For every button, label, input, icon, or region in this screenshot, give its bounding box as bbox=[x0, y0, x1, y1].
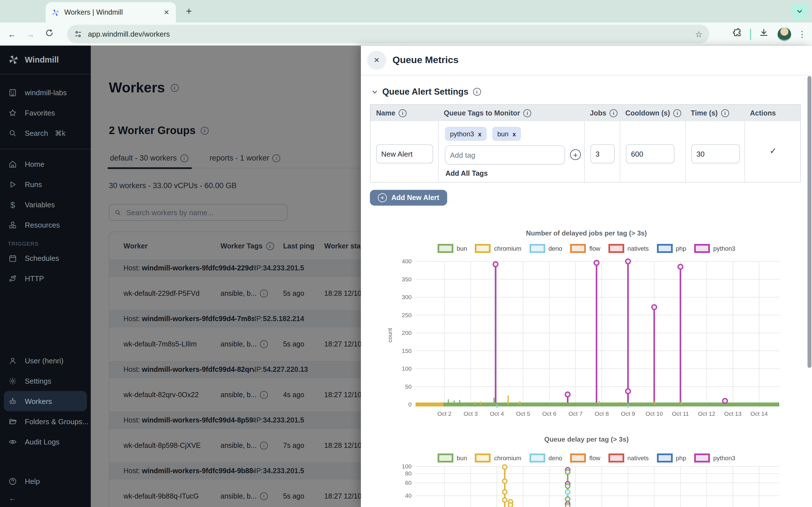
bookmark-star-icon[interactable]: ☆ bbox=[695, 29, 703, 39]
svg-text:Oct 13: Oct 13 bbox=[724, 410, 742, 417]
search-icon bbox=[8, 128, 17, 138]
info-icon[interactable]: i bbox=[721, 109, 729, 117]
windmill-logo-icon bbox=[8, 54, 19, 65]
eye-icon bbox=[8, 437, 17, 446]
delayed-jobs-chart[interactable]: 050100150200250300350400Oct 2Oct 3Oct 4O… bbox=[386, 256, 790, 421]
queue-alert-settings-heading[interactable]: Queue Alert Settings i bbox=[371, 87, 481, 97]
info-icon[interactable]: i bbox=[673, 109, 681, 117]
col-cooldown: Cooldown (s)i bbox=[620, 105, 685, 121]
svg-text:40: 40 bbox=[405, 492, 412, 499]
svg-text:Oct 3: Oct 3 bbox=[463, 410, 477, 417]
col-time: Time (s)i bbox=[685, 105, 744, 121]
back-icon[interactable]: ← bbox=[5, 29, 18, 39]
tab-search-chevron-button[interactable] bbox=[792, 3, 808, 19]
sidebar-item-schedules[interactable]: Schedules bbox=[0, 248, 91, 268]
gear-icon bbox=[8, 376, 17, 386]
confirm-check-icon[interactable]: ✓ bbox=[745, 146, 801, 156]
svg-text:Oct 7: Oct 7 bbox=[568, 410, 582, 417]
chart1-legend[interactable]: bunchromiumdenoflownativetsphppython3 bbox=[372, 244, 801, 253]
info-icon[interactable]: i bbox=[473, 88, 481, 96]
legend-swatch bbox=[694, 244, 710, 253]
svg-text:80: 80 bbox=[405, 470, 412, 476]
panel-scrollbar[interactable] bbox=[808, 76, 811, 368]
legend-python3[interactable]: python3 bbox=[694, 244, 735, 253]
browser-tab[interactable]: Workers | Windmill × bbox=[46, 2, 176, 22]
tab-close-icon[interactable]: × bbox=[163, 8, 170, 17]
help-icon bbox=[8, 476, 17, 486]
downloads-icon[interactable] bbox=[759, 28, 769, 40]
sidebar-item-settings[interactable]: Settings bbox=[0, 371, 91, 391]
legend-nativets[interactable]: nativets bbox=[608, 244, 649, 253]
legend-flow[interactable]: flow bbox=[570, 244, 600, 253]
sidebar-item-label: Favorites bbox=[25, 108, 55, 117]
sidebar-item-home[interactable]: Home bbox=[0, 154, 91, 174]
sidebar-item-runs[interactable]: Runs bbox=[0, 174, 91, 194]
alert-name-input[interactable] bbox=[376, 144, 433, 163]
col-jobs: Jobsi bbox=[584, 105, 620, 121]
sidebar-item-user[interactable]: User (henri) bbox=[0, 350, 91, 371]
col-queue-tags: Queue Tags to Monitori bbox=[438, 105, 584, 121]
triggers-section-label: TRIGGERS bbox=[0, 235, 91, 248]
cubes-icon bbox=[8, 220, 17, 230]
svg-text:Oct 2: Oct 2 bbox=[437, 410, 451, 417]
sidebar-item-favorites[interactable]: Favorites bbox=[0, 103, 91, 123]
add-new-alert-button[interactable]: + Add New Alert bbox=[370, 190, 447, 206]
info-icon[interactable]: i bbox=[399, 109, 407, 117]
svg-text:Oct 4: Oct 4 bbox=[490, 410, 504, 417]
search-shortcut: ⌘k bbox=[55, 129, 65, 137]
sidebar-item-workspace[interactable]: windmill-labs bbox=[0, 82, 91, 103]
sidebar-item-label: Folders & Groups... bbox=[25, 417, 88, 426]
legend-deno[interactable]: deno bbox=[529, 244, 562, 253]
alert-row: python3x bunx + Add All Tags bbox=[370, 121, 800, 182]
legend-php[interactable]: php bbox=[657, 244, 686, 253]
drawer-header: × Queue Metrics bbox=[361, 46, 812, 75]
jobs-input[interactable] bbox=[591, 144, 615, 163]
svg-text:Oct 12: Oct 12 bbox=[698, 410, 715, 417]
site-settings-icon[interactable] bbox=[74, 30, 82, 38]
sidebar-item-folders-groups[interactable]: Folders & Groups... bbox=[0, 411, 91, 432]
drawer-backdrop[interactable] bbox=[91, 46, 361, 507]
browser-menu-icon[interactable]: ⋮ bbox=[798, 29, 806, 39]
tab-title: Workers | Windmill bbox=[64, 8, 163, 16]
legend-swatch bbox=[475, 244, 491, 253]
sidebar-item-search[interactable]: Search ⌘k bbox=[0, 123, 91, 143]
svg-text:50: 50 bbox=[405, 383, 412, 390]
url-bar[interactable]: app.windmill.dev/workers ☆ bbox=[67, 25, 709, 43]
info-icon[interactable]: i bbox=[610, 109, 617, 117]
reload-icon[interactable] bbox=[42, 29, 56, 39]
add-tag-plus-icon[interactable]: + bbox=[570, 149, 581, 160]
url-text[interactable]: app.windmill.dev/workers bbox=[88, 30, 695, 38]
legend-chromium[interactable]: chromium bbox=[475, 244, 522, 253]
sidebar-item-label: Audit Logs bbox=[25, 438, 59, 446]
sidebar-item-workers[interactable]: Workers bbox=[4, 391, 87, 411]
remove-tag-icon[interactable]: x bbox=[478, 130, 481, 137]
svg-text:Oct 8: Oct 8 bbox=[595, 410, 609, 417]
legend-bun[interactable]: bun bbox=[438, 244, 467, 253]
new-tab-button[interactable]: + bbox=[182, 4, 196, 19]
profile-avatar[interactable] bbox=[777, 27, 791, 41]
add-tag-input[interactable] bbox=[445, 145, 565, 165]
sidebar-item-variables[interactable]: $ Variables bbox=[0, 194, 91, 215]
svg-text:count: count bbox=[387, 328, 393, 342]
tag-pill-bun[interactable]: bunx bbox=[492, 127, 521, 141]
svg-text:Oct 11: Oct 11 bbox=[672, 410, 689, 417]
info-icon[interactable]: i bbox=[523, 109, 531, 117]
svg-text:100: 100 bbox=[402, 463, 412, 469]
sidebar-item-label: Runs bbox=[25, 180, 42, 188]
sidebar: Windmill windmill-labs Favorites Search … bbox=[0, 46, 91, 507]
sidebar-item-audit-logs[interactable]: Audit Logs bbox=[0, 432, 91, 452]
sidebar-item-http[interactable]: HTTP bbox=[0, 268, 91, 288]
collapse-sidebar-icon[interactable]: ← bbox=[0, 494, 91, 504]
extensions-puzzle-icon[interactable] bbox=[732, 28, 742, 40]
close-icon[interactable]: × bbox=[367, 51, 386, 70]
remove-tag-icon[interactable]: x bbox=[513, 130, 516, 137]
queue-delay-chart[interactable]: 100806040 bbox=[386, 461, 790, 507]
time-input[interactable] bbox=[691, 144, 740, 163]
cooldown-input[interactable] bbox=[626, 144, 674, 163]
sidebar-item-help[interactable]: Help bbox=[0, 471, 91, 491]
add-all-tags-link[interactable]: Add All Tags bbox=[446, 170, 488, 177]
forward-icon[interactable]: → bbox=[24, 29, 37, 39]
tag-pill-python3[interactable]: python3x bbox=[445, 127, 487, 141]
workspace-logo[interactable]: Windmill bbox=[0, 46, 91, 74]
sidebar-item-resources[interactable]: Resources bbox=[0, 215, 91, 235]
